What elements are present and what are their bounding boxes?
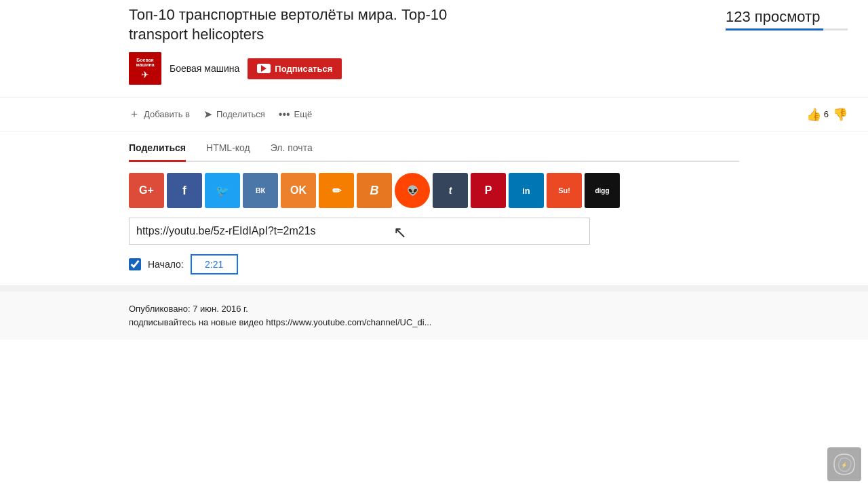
video-title: Топ-10 транспортные вертолёты мира. Top-… xyxy=(129,5,739,44)
top-section: Топ-10 транспортные вертолёты мира. Top-… xyxy=(0,0,868,98)
start-time-row: Начало: xyxy=(129,254,739,274)
channel-row: Боеваямашина ✈ Боевая машина Подписаться xyxy=(129,52,739,85)
views-progress-bar xyxy=(726,28,848,30)
youtube-play-icon xyxy=(261,65,267,72)
dislike-button[interactable]: 👎 xyxy=(833,107,848,122)
social-tumblr[interactable]: t xyxy=(433,173,468,208)
share-section: Поделиться HTML-код Эл. почта G+ f 🐦 ВК … xyxy=(0,131,868,286)
tab-html[interactable]: HTML-код xyxy=(206,142,250,162)
thumbs-down-icon: 👎 xyxy=(833,107,848,122)
views-container: 123 просмотр xyxy=(726,8,848,30)
add-icon: ＋ xyxy=(129,107,140,121)
channel-name[interactable]: Боевая машина xyxy=(170,63,239,74)
share-icon: ➤ xyxy=(203,108,212,121)
channel-avatar[interactable]: Боеваямашина ✈ xyxy=(129,52,161,85)
desc-content: подписывайтесь на новые видео https://ww… xyxy=(129,317,431,327)
social-odnoklassniki[interactable]: OK xyxy=(281,173,316,208)
share-url-input[interactable] xyxy=(129,218,590,245)
social-pinterest[interactable]: P xyxy=(471,173,506,208)
subscribe-text: подписывайтесь на новые видео https://ww… xyxy=(129,316,739,329)
tab-share[interactable]: Поделиться xyxy=(129,142,186,162)
social-blogger[interactable]: ✏ xyxy=(319,173,354,208)
description-section: Опубликовано: 7 июн. 2016 г. подписывайт… xyxy=(0,286,868,340)
subscribe-button[interactable]: Подписаться xyxy=(248,58,342,79)
social-facebook[interactable]: f xyxy=(167,173,202,208)
social-reddit[interactable]: 👽 xyxy=(395,173,430,208)
thumbs-up-icon: 👍 xyxy=(806,107,821,122)
share-button[interactable]: ➤ Поделиться xyxy=(203,105,265,123)
start-time-label: Начало: xyxy=(148,259,184,270)
social-twitter[interactable]: 🐦 xyxy=(205,173,240,208)
avatar-text: Боеваямашина xyxy=(136,58,154,68)
views-progress-fill xyxy=(726,28,823,30)
more-label: Ещё xyxy=(294,109,313,119)
url-row xyxy=(129,218,739,245)
like-button[interactable]: 👍 6 xyxy=(806,107,829,122)
like-dislike-row: 👍 6 👎 xyxy=(806,107,848,122)
more-button[interactable]: ••• Ещё xyxy=(279,106,312,123)
social-stumbleupon[interactable]: Su! xyxy=(547,173,582,208)
social-digg[interactable]: digg xyxy=(585,173,620,208)
add-label: Добавить в xyxy=(144,109,190,119)
start-time-input[interactable] xyxy=(191,254,238,274)
more-icon: ••• xyxy=(279,108,290,121)
watermark: ⚡ xyxy=(827,447,861,481)
published-date: Опубликовано: 7 июн. 2016 г. xyxy=(129,302,739,316)
like-count: 6 xyxy=(824,109,829,119)
watermark-svg: ⚡ xyxy=(831,451,858,478)
main-content: Топ-10 транспортные вертолёты мира. Top-… xyxy=(0,0,868,488)
svg-text:⚡: ⚡ xyxy=(841,462,848,468)
tab-email[interactable]: Эл. почта xyxy=(271,142,313,162)
add-to-button[interactable]: ＋ Добавить в xyxy=(129,104,190,124)
title-line1: Топ-10 транспортные вертолёты мира. Top-… xyxy=(129,6,447,23)
social-vk[interactable]: ВК xyxy=(243,173,278,208)
youtube-icon xyxy=(257,64,271,73)
start-time-checkbox[interactable] xyxy=(129,258,141,270)
social-google-plus[interactable]: G+ xyxy=(129,173,164,208)
subscribe-label: Подписаться xyxy=(275,64,332,74)
watermark-inner: ⚡ xyxy=(827,447,861,481)
views-count: 123 просмотр xyxy=(726,8,848,26)
title-line2: transport helicopters xyxy=(129,26,264,43)
social-linkedin[interactable]: in xyxy=(509,173,544,208)
share-tabs: Поделиться HTML-код Эл. почта xyxy=(129,142,739,162)
share-label: Поделиться xyxy=(216,109,265,119)
social-icons-row: G+ f 🐦 ВК OK ✏ B 👽 t P in Su! digg xyxy=(129,173,739,208)
actions-row: ＋ Добавить в ➤ Поделиться ••• Ещё 👍 6 👎 xyxy=(0,98,868,131)
social-blogger2[interactable]: B xyxy=(357,173,392,208)
